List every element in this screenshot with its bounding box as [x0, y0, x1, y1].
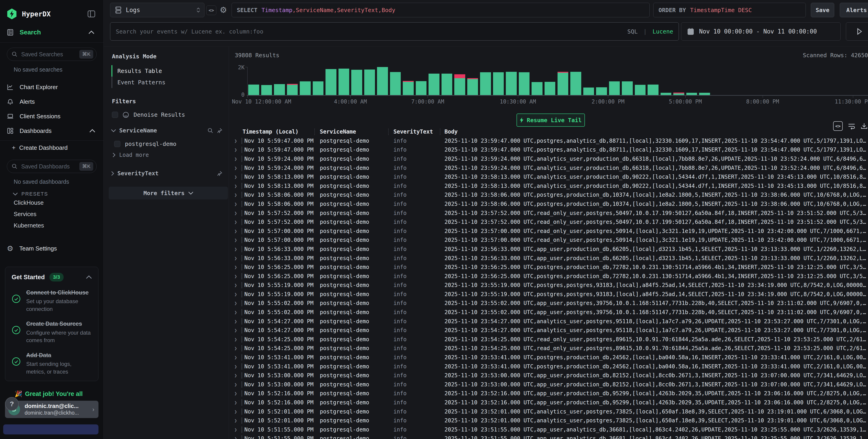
expand-row-icon[interactable]: ❯ [234, 382, 237, 387]
histogram-bar[interactable] [326, 69, 336, 95]
saved-searches-input[interactable]: ⌘K [7, 48, 97, 61]
table-row[interactable]: ❯Nov 10 5:54:25.000 PMpostgresql-demoinf… [232, 344, 868, 353]
table-row[interactable]: ❯Nov 10 5:59:24.000 PMpostgresql-demoinf… [232, 154, 868, 163]
event-search-bar[interactable]: SQL | Lucene [110, 22, 679, 40]
histogram-bar[interactable] [596, 87, 607, 95]
date-range-picker[interactable]: Nov 10 00:00:00 - Nov 11 00:00:00 [681, 22, 841, 40]
sidebar-item-chart-explorer[interactable]: Chart Explorer [0, 80, 103, 94]
table-row[interactable]: ❯Nov 10 5:59:47.000 PMpostgresql-demoinf… [232, 146, 868, 155]
filter-value-postgresql-demo[interactable]: postgresql-demo [114, 140, 228, 147]
load-more-button[interactable]: Load more [113, 152, 228, 158]
expand-row-icon[interactable]: ❯ [234, 364, 237, 369]
table-row[interactable]: ❯Nov 10 5:57:00.000 PMpostgresql-demoinf… [232, 226, 868, 236]
table-row[interactable]: ❯Nov 10 5:53:41.000 PMpostgresql-demoinf… [232, 362, 868, 371]
query-language-toggle[interactable]: SQL | Lucene [627, 28, 673, 35]
preset-clickhouse[interactable]: ClickHouse [0, 197, 103, 208]
sidebar-item-dashboards[interactable]: Dashboards [0, 124, 103, 138]
table-row[interactable]: ❯Nov 10 5:55:02.000 PMpostgresql-demoinf… [232, 308, 868, 317]
histogram-bar[interactable] [583, 88, 594, 95]
table-row[interactable]: ❯Nov 10 5:55:19.000 PMpostgresql-demoinf… [232, 290, 868, 299]
table-row[interactable]: ❯Nov 10 5:57:52.000 PMpostgresql-demoinf… [232, 209, 868, 218]
table-row[interactable]: ❯Nov 10 5:53:00.000 PMpostgresql-demoinf… [232, 380, 868, 389]
sidebar-item-alerts[interactable]: Alerts [0, 94, 103, 109]
table-row[interactable]: ❯Nov 10 5:56:33.000 PMpostgresql-demoinf… [232, 245, 868, 254]
expand-row-icon[interactable]: ❯ [234, 138, 237, 144]
histogram-bar[interactable] [635, 85, 646, 95]
expand-row-icon[interactable]: ❯ [234, 210, 237, 216]
save-button[interactable]: Save [811, 3, 834, 17]
column-header-body[interactable]: Body [444, 129, 458, 135]
table-row[interactable]: ❯Nov 10 5:52:16.000 PMpostgresql-demoinf… [232, 389, 868, 398]
histogram-bar[interactable] [622, 82, 633, 95]
histogram-bar[interactable] [506, 72, 517, 95]
expand-row-icon[interactable]: ❯ [234, 156, 237, 162]
saved-dashboards-field[interactable] [21, 163, 76, 170]
expand-row-icon[interactable]: ❯ [234, 373, 237, 378]
expand-row-icon[interactable]: ❯ [234, 264, 237, 270]
table-row[interactable]: ❯Nov 10 5:52:01.000 PMpostgresql-demoinf… [232, 416, 868, 425]
column-header-servicename[interactable]: ServiceName [320, 129, 356, 135]
table-row[interactable]: ❯Nov 10 5:56:33.000 PMpostgresql-demoinf… [232, 254, 868, 263]
column-resize-handle[interactable] [314, 129, 315, 135]
histogram-bar[interactable] [532, 82, 542, 95]
source-select[interactable]: Logs [110, 3, 205, 17]
table-row[interactable]: ❯Nov 10 5:56:25.000 PMpostgresql-demoinf… [232, 272, 868, 281]
table-row[interactable]: ❯Nov 10 5:51:55.000 PMpostgresql-demoinf… [232, 425, 868, 434]
preset-services[interactable]: Services [0, 208, 103, 220]
collapse-sidebar-icon[interactable] [88, 10, 95, 17]
expand-row-icon[interactable]: ❯ [234, 409, 237, 414]
histogram-bar[interactable] [351, 70, 362, 95]
expand-row-icon[interactable]: ❯ [234, 192, 237, 198]
filter-group-servicename[interactable]: ServiceName [111, 127, 222, 134]
histogram-bar[interactable] [274, 84, 285, 95]
histogram-bar[interactable] [493, 72, 504, 95]
table-row[interactable]: ❯Nov 10 5:51:55.000 PMpostgresql-demoinf… [232, 434, 868, 439]
pin-icon[interactable] [217, 170, 222, 177]
filter-search-icon[interactable] [208, 128, 213, 133]
expand-row-icon[interactable]: ❯ [234, 310, 237, 315]
table-row[interactable]: ❯Nov 10 5:58:06.000 PMpostgresql-demoinf… [232, 191, 868, 200]
expand-row-icon[interactable]: ❯ [234, 346, 237, 351]
chevron-up-icon[interactable] [86, 275, 92, 279]
expand-row-icon[interactable]: ❯ [234, 337, 237, 342]
table-row[interactable]: ❯Nov 10 5:59:47.000 PMpostgresql-demoinf… [232, 136, 868, 146]
histogram-bar[interactable] [261, 85, 272, 95]
table-row[interactable]: ❯Nov 10 5:58:13.000 PMpostgresql-demoinf… [232, 172, 868, 182]
column-resize-handle[interactable] [388, 129, 389, 135]
histogram-bar[interactable] [429, 74, 439, 95]
expand-row-icon[interactable]: ❯ [234, 301, 237, 306]
table-row[interactable]: ❯Nov 10 5:52:16.000 PMpostgresql-demoinf… [232, 398, 868, 407]
resume-live-tail-button[interactable]: Resume Live Tail [517, 114, 585, 127]
sidebar-item-team-settings[interactable]: ⚙ Team Settings [0, 241, 103, 256]
event-search-input[interactable] [116, 28, 623, 35]
source-settings-gear-icon[interactable]: ⚙ [218, 5, 228, 15]
select-columns-input[interactable]: SELECT Timestamp,ServiceName,SeverityTex… [231, 3, 650, 17]
histogram-bar[interactable] [570, 72, 581, 95]
expand-row-icon[interactable]: ❯ [234, 174, 237, 180]
table-row[interactable]: ❯Nov 10 5:59:24.000 PMpostgresql-demoinf… [232, 163, 868, 173]
table-row[interactable]: ❯Nov 10 5:57:00.000 PMpostgresql-demoinf… [232, 236, 868, 245]
sidebar-item-client-sessions[interactable]: Client Sessions [0, 109, 103, 124]
preset-kubernetes[interactable]: Kubernetes [0, 220, 103, 231]
expand-row-icon[interactable]: ❯ [234, 228, 237, 234]
analysis-mode-results-table[interactable]: Results Table [109, 65, 228, 76]
live-tail-play-button[interactable] [846, 22, 868, 40]
create-dashboard-button[interactable]: + Create Dashboard [0, 140, 103, 155]
filter-value-checkbox[interactable] [114, 141, 120, 147]
expand-row-icon[interactable]: ❯ [234, 427, 237, 432]
denoise-checkbox[interactable] [112, 112, 118, 118]
expand-row-icon[interactable]: ❯ [234, 418, 237, 423]
presets-toggle[interactable]: PRESETS [13, 191, 103, 197]
get-started-item[interactable]: Add DataStart sending logs, metrics, or … [11, 351, 92, 375]
histogram-bar[interactable] [673, 93, 684, 95]
table-row[interactable]: ❯Nov 10 5:52:01.000 PMpostgresql-demoinf… [232, 407, 868, 416]
events-histogram[interactable]: 2K 0 Nov 10 12:00:00 AM4:00:00 AM7:00:00… [247, 64, 866, 95]
histogram-bar[interactable] [686, 93, 697, 95]
table-row[interactable]: ❯Nov 10 5:54:25.000 PMpostgresql-demoinf… [232, 335, 868, 344]
histogram-bar[interactable] [416, 81, 427, 95]
denoise-results-option[interactable]: Denoise Results [112, 112, 228, 118]
expand-row-icon[interactable]: ❯ [234, 291, 237, 297]
histogram-bar[interactable] [558, 72, 568, 95]
histogram-bar[interactable] [454, 74, 465, 95]
histogram-bar[interactable] [287, 84, 298, 95]
